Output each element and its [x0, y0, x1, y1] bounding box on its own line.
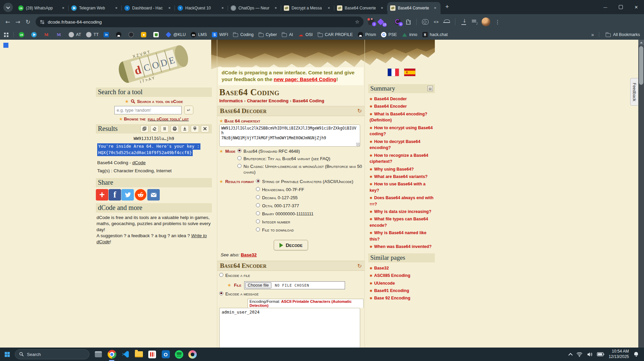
radio-icon[interactable] [256, 203, 260, 207]
new-tab-button[interactable] [443, 3, 452, 12]
summary-link[interactable]: What file types can Base64 encode? [370, 216, 434, 229]
bookmark-item[interactable]: inno [402, 32, 417, 37]
eraser-button[interactable] [150, 125, 159, 133]
bookmark-item[interactable]: AI [282, 32, 293, 37]
profile-avatar[interactable] [482, 17, 490, 26]
address-bar[interactable]: dcode.fr/base-64-encoding [36, 16, 364, 27]
bookmark-item[interactable]: S WIFI [212, 32, 228, 37]
app-icon-explorer[interactable] [134, 350, 143, 359]
scroll-up-arrow[interactable] [638, 40, 644, 45]
browser-tab[interactable]: Base64 Converte [334, 2, 387, 14]
back-button[interactable] [3, 17, 13, 27]
mode-option[interactable]: Base64 (Standard RFC 4648) [237, 148, 365, 154]
browser-tab[interactable]: ChatOps — Neur [228, 2, 281, 14]
french-flag-icon[interactable] [388, 69, 399, 76]
bookmark-item[interactable]: H hack.chat [422, 32, 448, 37]
site-info-icon[interactable] [40, 20, 45, 25]
tab-search-button[interactable] [3, 3, 13, 12]
browser-tab[interactable]: Base64 Converte [387, 2, 441, 14]
encode-file-option[interactable]: Encode a file [219, 273, 365, 279]
format-option[interactable]: String of Printable Characters (ASCII/Un… [256, 179, 353, 185]
bookmark-item[interactable]: Coding [233, 32, 254, 37]
bookmark-item[interactable]: G PSE [381, 32, 397, 37]
summary-link[interactable]: Why using Base64? [370, 166, 434, 173]
speaker-icon[interactable] [587, 352, 593, 357]
bookmark-item[interactable]: 28 [19, 32, 26, 37]
download-button[interactable] [181, 125, 189, 133]
pin-button[interactable] [191, 125, 199, 133]
bookmarks-overflow-chevron[interactable]: » [591, 32, 594, 37]
file-input[interactable]: Choose file No file chosen [244, 281, 345, 289]
url-text[interactable]: dcode.fr/base-64-encoding [48, 20, 352, 25]
wifi-icon[interactable] [576, 352, 582, 357]
mode-option[interactable]: No Casing: Upper-lowercase is wrong/lost… [237, 164, 365, 175]
summary-link[interactable]: How to encrypt using Base64 coding? [370, 125, 434, 138]
summary-link[interactable]: Why is Base64 named like this? [370, 230, 434, 243]
base32-link[interactable]: Base32 [241, 252, 257, 257]
clear-results-button[interactable] [201, 125, 209, 133]
breadcrumb-character-encoding[interactable]: Character Encoding [247, 98, 289, 103]
decode-button[interactable]: Decode [274, 240, 308, 250]
tool-search-input[interactable] [114, 106, 182, 114]
app-icon-c[interactable] [188, 350, 197, 359]
browser-menu-icon[interactable] [494, 18, 501, 26]
summary-link[interactable]: Why is data size increasing? [370, 209, 434, 215]
format-option[interactable]: File to download [256, 227, 353, 233]
new-page-link[interactable]: new page: Base64 Coding [274, 76, 336, 82]
reddit-icon[interactable] [135, 189, 146, 201]
browser-tab[interactable]: Decrypt a Messa [281, 2, 334, 14]
radio-icon[interactable] [219, 291, 223, 295]
browser-tab[interactable]: Dashboard - Hac [122, 2, 175, 14]
forward-button[interactable] [13, 17, 23, 27]
bookmark-item[interactable]: CAR PROFILE [318, 32, 353, 37]
app-icon-vscode[interactable] [121, 350, 130, 359]
barcode-button[interactable] [160, 125, 169, 133]
twitter-icon[interactable] [121, 189, 134, 201]
taskbar-clock[interactable]: 10:54 AM 12/13/2025 [609, 349, 629, 359]
battery-icon[interactable] [597, 352, 604, 356]
format-option[interactable]: Octal 000-177-377 [256, 203, 353, 209]
bookmark-item[interactable]: Cyber [259, 32, 277, 37]
taskbar-search[interactable]: Search [15, 349, 89, 359]
app-icon-outlook[interactable]: O [161, 350, 170, 359]
similar-page-link[interactable]: Base91 Encoding [370, 288, 434, 294]
refresh-icon[interactable] [357, 108, 362, 114]
camera-icon[interactable] [421, 18, 429, 26]
summary-link[interactable]: How to recognize a Base64 ciphertext? [370, 152, 434, 165]
tab-close-icon[interactable] [61, 5, 66, 11]
browser-tab[interactable]: Telegram Web [69, 2, 122, 14]
bookmark-star-icon[interactable] [355, 19, 359, 25]
reload-button[interactable] [23, 17, 33, 27]
bookmark-item[interactable]: m LMS [191, 32, 207, 37]
encode-message-option[interactable]: Encode a message [219, 291, 365, 297]
format-option[interactable]: Decimal 0-127-255 [256, 195, 353, 201]
summary-link[interactable]: Base64 Decoder [370, 96, 434, 102]
extensions-puzzle-icon[interactable] [404, 18, 412, 26]
tab-close-icon[interactable] [326, 5, 332, 11]
format-option[interactable]: Hexadecimal 00-7F-FF [256, 187, 353, 193]
window-close-button[interactable] [629, 0, 644, 14]
tab-close-icon[interactable] [114, 5, 119, 11]
message-textarea[interactable]: admin_user_2024 [219, 308, 360, 348]
all-bookmarks-button[interactable]: All Bookmarks [606, 32, 640, 37]
ciphertext-textarea[interactable]: WW91J3JlIGluc2lkZSBBcmVhIDY0LiBIZXJlJ3Mg… [219, 124, 360, 147]
spanish-flag-icon[interactable] [404, 69, 415, 76]
page-scrollbar[interactable] [638, 40, 644, 348]
radio-icon[interactable] [237, 164, 241, 168]
bookmark-item[interactable]: OSI [298, 32, 313, 37]
bookmark-item[interactable]: TT [86, 32, 99, 37]
code-icon[interactable] [432, 18, 440, 26]
window-minimize-button[interactable] [598, 0, 613, 14]
summary-toggle-icon[interactable] [427, 86, 433, 91]
browser-tab[interactable]: 28 (28) WhatsApp [15, 2, 69, 14]
extension-icon-3[interactable]: 4 [395, 19, 401, 25]
bookmark-item[interactable] [141, 32, 148, 37]
tab-close-icon[interactable] [379, 5, 385, 11]
choose-file-button[interactable]: Choose file [245, 282, 272, 288]
print-button[interactable] [171, 125, 179, 133]
bookmark-item[interactable] [153, 32, 161, 37]
similar-page-link[interactable]: ASCII85 Encoding [370, 273, 434, 279]
tab-close-icon[interactable] [220, 5, 225, 11]
bookmark-item[interactable]: Prism [358, 32, 376, 37]
bookmark-item[interactable]: in [104, 32, 111, 37]
